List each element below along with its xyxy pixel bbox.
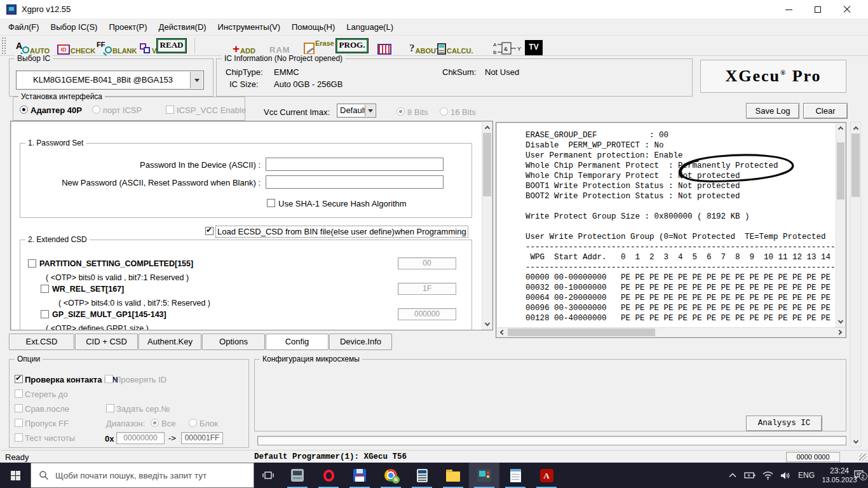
ic-chip-icon	[377, 44, 391, 55]
folder-icon	[446, 471, 460, 482]
action-center-button[interactable]: 2	[849, 463, 868, 488]
menu-item-language[interactable]: Language(L)	[341, 19, 399, 36]
scroll-up-arrow[interactable]	[836, 123, 845, 133]
app-xgpro-active[interactable]	[469, 463, 499, 488]
menu-item-actions[interactable]: Действия(D)	[153, 19, 212, 36]
app-calculator[interactable]	[407, 463, 437, 488]
battery-icon	[744, 471, 756, 479]
add-button[interactable]: + ADD	[233, 37, 255, 55]
address-from-input[interactable]: 00000000	[116, 432, 165, 444]
tab-device-info[interactable]: Device.Info	[329, 334, 392, 350]
floppy-disk-icon	[353, 469, 366, 482]
check-id-checkbox	[105, 375, 113, 383]
scroll-thumb[interactable]	[851, 133, 860, 197]
adapter-40p-radio[interactable]	[20, 105, 28, 114]
ic-select-combo[interactable]: KLM8G1GEME-B041_8Bit @BGA153	[16, 71, 204, 90]
toolbar-separator	[194, 38, 195, 53]
load-ecsd-checkbox[interactable]	[205, 227, 214, 235]
start-button[interactable]	[0, 463, 31, 488]
menu-item-project[interactable]: Проект(P)	[103, 19, 153, 36]
password-device-label: Password In the Device (ASCII) :	[29, 160, 261, 170]
chevron-down-icon	[368, 109, 373, 112]
scroll-down-arrow[interactable]	[851, 437, 860, 447]
id-check-icon: ID	[57, 44, 70, 55]
options-group: Опции Проверка контакта PIN Проверять ID…	[9, 359, 249, 448]
search-icon	[39, 470, 49, 480]
wr-rel-set-note: ( <OTP> bits4:0 is valid , bit7:5: Reser…	[58, 299, 210, 308]
tray-battery[interactable]	[741, 463, 759, 488]
vcc-imax-combo[interactable]: Default	[337, 104, 376, 118]
page-vertical-scrollbar[interactable]	[850, 122, 861, 447]
scroll-thumb[interactable]	[837, 142, 844, 200]
scroll-up-arrow[interactable]	[482, 122, 492, 132]
app-opera[interactable]	[313, 463, 344, 488]
wr-rel-set-checkbox[interactable]	[41, 285, 49, 293]
config-panel-scrollbar[interactable]	[482, 121, 492, 330]
load-ecsd-label[interactable]: Load ECSD_CSD from BIN file(else user de…	[215, 226, 468, 238]
tab-authent-key[interactable]: Authent.Key	[139, 334, 201, 350]
analysys-ic-button[interactable]: Analysys IC	[746, 416, 822, 431]
tv-out-button[interactable]: TV	[525, 37, 543, 55]
resize-grip[interactable]	[859, 454, 867, 461]
about-button[interactable]: ? ABOUT	[409, 37, 440, 55]
check-button[interactable]: ID CHECK	[57, 37, 95, 55]
task-view-button[interactable]	[254, 463, 282, 488]
app-programmer-tool[interactable]	[282, 463, 313, 488]
partition-setting-checkbox[interactable]	[28, 259, 36, 268]
auto-button[interactable]: AUTO	[15, 37, 50, 55]
save-log-button[interactable]: Save Log	[746, 103, 799, 119]
verify-icon	[139, 42, 151, 55]
clear-button[interactable]: Clear	[803, 103, 848, 119]
bits8-label: 8 Bits	[407, 107, 428, 117]
scroll-down-arrow[interactable]	[482, 319, 492, 329]
gp-size-mult-value: 000000	[398, 308, 456, 320]
taskbar-search[interactable]: Щоби почати пошук, введіть запит тут	[31, 463, 254, 488]
scroll-up-arrow[interactable]	[851, 123, 860, 133]
scroll-thumb[interactable]	[483, 133, 491, 196]
prog-button[interactable]: PROG.	[336, 38, 369, 53]
check-id-label: Проверять ID	[115, 375, 166, 384]
tab-ext-csd[interactable]: Ext.CSD	[9, 334, 74, 350]
pin-check-checkbox[interactable]	[15, 375, 23, 383]
protection-log[interactable]: ERASE_GROUP_DEF : 00 Disable PERM_WP_PRO…	[499, 130, 836, 327]
password-device-input[interactable]	[266, 158, 444, 171]
app-file-explorer[interactable]	[438, 463, 468, 488]
tray-expand-button[interactable]	[724, 463, 741, 488]
menu-item-file[interactable]: Файл(F)	[3, 19, 45, 36]
tab-options[interactable]: Options	[202, 334, 265, 350]
logic-gate-button[interactable]: A B & Y	[493, 38, 522, 56]
read-button[interactable]: READ	[156, 38, 187, 53]
ic-test-button[interactable]	[377, 37, 391, 55]
interface-group: Установка интерфейса Адаптер 40P порт IC…	[13, 97, 245, 121]
app-notepad[interactable]	[500, 463, 531, 488]
address-to-input[interactable]: 000001FF	[181, 432, 223, 444]
calculator-button[interactable]: CALCU.	[437, 37, 473, 55]
tab-config[interactable]: Config	[266, 334, 329, 350]
ic-select-dropdown-button[interactable]	[190, 72, 203, 88]
app-floppy[interactable]	[344, 463, 375, 488]
app-chrome[interactable]: Б	[376, 463, 406, 488]
plus-icon: +	[233, 43, 240, 55]
skip-ff-checkbox	[15, 419, 23, 427]
app-acrobat[interactable]: A	[531, 463, 562, 488]
password-new-input[interactable]	[266, 175, 444, 189]
scroll-down-arrow[interactable]	[836, 317, 845, 327]
log-vertical-scrollbar[interactable]	[836, 123, 846, 327]
close-button[interactable]	[832, 0, 862, 19]
tray-volume[interactable]	[776, 463, 794, 488]
menu-item-tools[interactable]: Инструменты(V)	[212, 19, 286, 36]
tray-language[interactable]: ENG	[794, 463, 818, 488]
toolbar-grip	[2, 37, 6, 54]
blank-button[interactable]: BLANK	[97, 37, 137, 55]
menu-item-select-ic[interactable]: Выбор IC(S)	[45, 19, 104, 36]
ic-select-group-label: Выбор IC	[15, 54, 53, 64]
tray-wifi[interactable]	[759, 463, 776, 488]
sha1-checkbox[interactable]	[267, 199, 275, 207]
vcc-imax-dropdown-button[interactable]	[365, 105, 375, 116]
maximize-button[interactable]	[803, 0, 832, 19]
menu-item-help[interactable]: Помощь(H)	[286, 19, 341, 36]
minimize-button[interactable]	[774, 0, 803, 19]
gp-size-mult-checkbox[interactable]	[41, 310, 49, 318]
erase-button[interactable]: Erase	[304, 37, 334, 55]
tab-cid-csd[interactable]: CID + CSD	[75, 334, 138, 350]
